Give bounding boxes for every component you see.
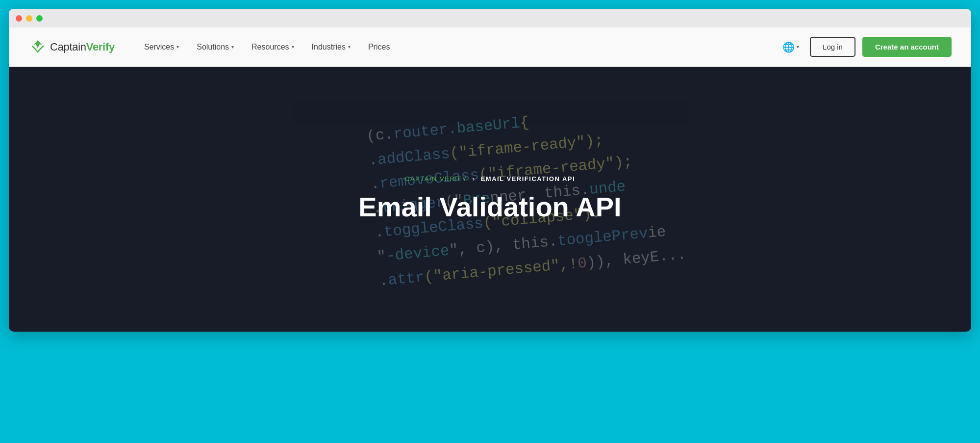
breadcrumb-current: EMAIL VERIFICATION API: [481, 175, 575, 182]
nav-item-resources[interactable]: Resources ▾: [251, 43, 294, 52]
breadcrumb-separator: ›: [473, 175, 476, 182]
logo-text: CaptainVerify: [50, 41, 115, 53]
logo-icon: [28, 39, 47, 55]
chevron-down-icon: ▾: [348, 44, 351, 50]
hero-content: CAPTAIN VERIFY › EMAIL VERIFICATION API …: [358, 175, 621, 223]
nav-item-services[interactable]: Services ▾: [144, 43, 179, 52]
chevron-down-icon: ▾: [231, 44, 234, 50]
nav-item-prices[interactable]: Prices: [368, 43, 390, 52]
login-button[interactable]: Log in: [810, 37, 855, 57]
chevron-down-icon: ▾: [797, 44, 799, 50]
breadcrumb-home[interactable]: CAPTAIN VERIFY: [405, 175, 467, 182]
globe-icon: 🌐: [782, 41, 795, 53]
traffic-light-fullscreen[interactable]: [36, 15, 43, 22]
navbar: CaptainVerify Services ▾ Solutions ▾ Res…: [9, 27, 971, 67]
language-selector[interactable]: 🌐 ▾: [779, 38, 803, 56]
logo[interactable]: CaptainVerify: [28, 39, 115, 55]
traffic-light-close[interactable]: [16, 15, 22, 22]
hero-section: (c.router.baseUrl{ .addClass("iframe-rea…: [9, 67, 971, 332]
browser-window: CaptainVerify Services ▾ Solutions ▾ Res…: [9, 9, 971, 332]
breadcrumb: CAPTAIN VERIFY › EMAIL VERIFICATION API: [358, 175, 621, 182]
nav-links: Services ▾ Solutions ▾ Resources ▾ Indus…: [144, 43, 779, 52]
nav-actions: 🌐 ▾ Log in Create an account: [779, 37, 952, 57]
nav-item-industries[interactable]: Industries ▾: [312, 43, 351, 52]
chevron-down-icon: ▾: [176, 44, 179, 50]
nav-item-solutions[interactable]: Solutions ▾: [197, 43, 234, 52]
create-account-button[interactable]: Create an account: [862, 37, 952, 57]
chevron-down-icon: ▾: [292, 44, 294, 50]
traffic-light-minimize[interactable]: [26, 15, 32, 22]
browser-titlebar: [9, 9, 971, 27]
hero-title: Email Validation API: [358, 191, 621, 223]
